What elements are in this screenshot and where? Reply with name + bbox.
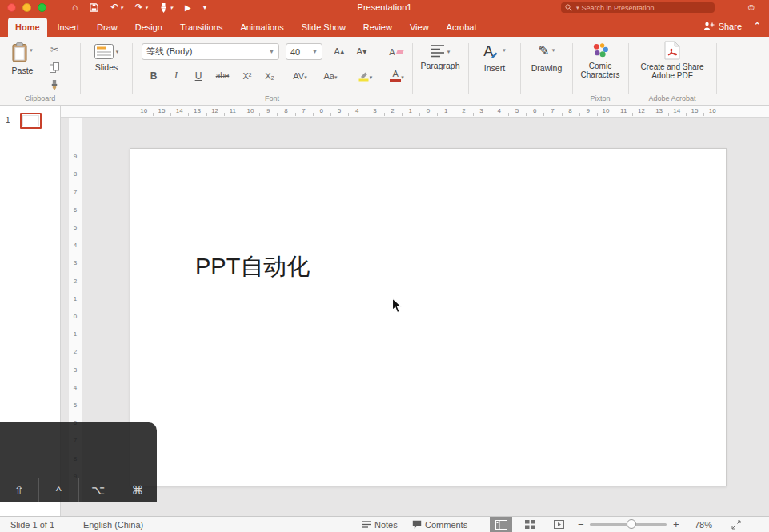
zoom-level[interactable]: 78% xyxy=(695,517,712,532)
font-name-dropdown-icon[interactable]: ▼ xyxy=(266,49,274,54)
change-case-button[interactable]: Aa ▾ xyxy=(316,67,345,84)
slide-sorter-view-button[interactable] xyxy=(519,517,541,532)
undo-icon[interactable]: ↶▾ xyxy=(110,0,123,15)
pixton-group-label: Pixton xyxy=(572,94,628,102)
window-controls xyxy=(7,3,46,12)
tab-insert[interactable]: Insert xyxy=(50,18,87,37)
zoom-slider-knob[interactable] xyxy=(627,519,636,529)
format-brush-icon[interactable] xyxy=(46,78,62,91)
insert-textbox-icon: A xyxy=(483,42,493,60)
paste-button[interactable]: ▾ Paste xyxy=(3,42,42,75)
shrink-font-button[interactable]: A▾ xyxy=(351,43,372,60)
paragraph-dropdown-icon[interactable]: ▾ xyxy=(447,49,451,55)
zoom-slider[interactable] xyxy=(590,517,667,532)
font-size-value: 40 xyxy=(290,47,300,57)
language-button[interactable]: English (China) xyxy=(83,517,143,532)
underline-button[interactable]: U xyxy=(188,67,209,84)
slides-dropdown-icon[interactable]: ▾ xyxy=(116,49,119,55)
close-button[interactable] xyxy=(7,3,16,12)
drawing-dropdown-icon[interactable]: ▾ xyxy=(552,47,555,54)
fit-slide-button[interactable] xyxy=(731,517,741,532)
drawing-button[interactable]: ✎ ▾ Drawing xyxy=(526,42,567,73)
slide[interactable]: PPT自动化 xyxy=(130,148,727,486)
share-button[interactable]: Share xyxy=(703,15,742,37)
ribbon-tab-bar: HomeInsertDrawDesignTransitionsAnimation… xyxy=(0,15,769,37)
tab-review[interactable]: Review xyxy=(356,18,399,37)
slide-title-text[interactable]: PPT自动化 xyxy=(195,251,310,283)
drawing-group: ✎ ▾ Drawing xyxy=(520,37,572,105)
share-person-icon xyxy=(703,22,715,30)
tab-view[interactable]: View xyxy=(403,18,436,37)
italic-button[interactable]: I xyxy=(166,67,186,84)
slideshow-view-button[interactable] xyxy=(547,517,570,532)
font-color-button[interactable]: A ▾ xyxy=(382,67,412,84)
comic-characters-icon xyxy=(592,42,609,59)
tab-transitions[interactable]: Transitions xyxy=(173,18,230,37)
insert-dropdown-icon[interactable]: ▾ xyxy=(503,47,506,54)
tab-design[interactable]: Design xyxy=(128,18,170,37)
grow-font-button[interactable]: A▴ xyxy=(329,43,350,60)
home-icon[interactable]: ⌂ xyxy=(72,0,78,15)
bold-button[interactable]: B xyxy=(143,67,164,84)
comments-button[interactable]: Comments xyxy=(412,517,467,532)
highlight-pen-icon xyxy=(358,70,370,82)
zoom-in-button[interactable]: + xyxy=(673,517,679,532)
command-key-icon: ⌘ xyxy=(118,478,157,502)
collapse-ribbon-icon[interactable]: ⌃ xyxy=(754,15,761,37)
font-name-combo[interactable]: 等线 (Body) ▼ xyxy=(142,43,279,60)
comic-characters-button[interactable]: Comic Characters xyxy=(574,42,627,79)
font-group-label: Font xyxy=(132,94,412,102)
statusbar: Slide 1 of 1 English (China) Notes Comme… xyxy=(0,516,769,532)
start-slideshow-icon[interactable]: ▶ xyxy=(185,0,191,15)
normal-view-button[interactable] xyxy=(490,517,512,532)
thumbnail-slide-number: 1 xyxy=(6,116,10,125)
paragraph-button[interactable]: ▾ Paragraph xyxy=(419,44,461,70)
clear-formatting-button[interactable]: A xyxy=(383,43,409,60)
strikethrough-button[interactable]: abe xyxy=(210,67,234,84)
font-group: 等线 (Body) ▼ 40 ▼ A▴ A▾ A B I U abe X² X₂… xyxy=(132,37,412,105)
tab-animations[interactable]: Animations xyxy=(233,18,290,37)
paste-dropdown-icon[interactable]: ▾ xyxy=(30,47,33,54)
zoom-out-button[interactable]: − xyxy=(578,517,584,532)
create-pdf-button[interactable]: Create and Share Adobe PDF xyxy=(636,41,708,80)
toolbar-overflow-icon[interactable]: ▾ xyxy=(203,0,207,15)
fit-slide-icon xyxy=(731,520,741,530)
slides-button[interactable]: ▾ Slides xyxy=(86,44,127,72)
tab-acrobat[interactable]: Acrobat xyxy=(439,18,484,37)
font-size-combo[interactable]: 40 ▼ xyxy=(286,43,322,60)
slideshow-icon xyxy=(554,520,564,529)
powerpoint-window: ⌂ ↶▾ ↷▾ ▾ ▶ ▾ Presentation1 ▾ Search in … xyxy=(0,0,769,532)
search-placeholder: Search in Presentation xyxy=(582,4,655,12)
highlight-dropdown-icon: ▾ xyxy=(370,74,373,81)
slide-counter: Slide 1 of 1 xyxy=(10,517,54,532)
insert-button[interactable]: A ▾ Insert xyxy=(474,42,515,73)
tab-draw[interactable]: Draw xyxy=(90,18,125,37)
font-name-value: 等线 (Body) xyxy=(146,46,192,58)
subscript-button[interactable]: X₂ xyxy=(258,67,281,84)
eraser-icon xyxy=(396,50,404,54)
fullscreen-button[interactable] xyxy=(38,3,46,12)
paste-clipboard-icon xyxy=(12,42,27,62)
normal-view-icon xyxy=(495,520,507,530)
change-case-dropdown-icon: ▾ xyxy=(334,74,338,81)
font-size-dropdown-icon[interactable]: ▼ xyxy=(309,49,318,54)
new-slide-icon xyxy=(94,44,114,59)
minimize-button[interactable] xyxy=(22,3,31,12)
search-box[interactable]: ▾ Search in Presentation xyxy=(561,2,715,13)
character-spacing-button[interactable]: AV ▾ xyxy=(286,67,314,84)
tab-slide-show[interactable]: Slide Show xyxy=(294,18,353,37)
tab-home[interactable]: Home xyxy=(8,18,47,37)
slide-sorter-icon xyxy=(525,520,535,529)
feedback-smiley-icon[interactable]: ☺ xyxy=(747,0,756,15)
format-painter-icon[interactable]: ▾ xyxy=(159,0,173,15)
highlight-button[interactable]: ▾ xyxy=(350,67,380,84)
slide-thumbnail[interactable] xyxy=(20,113,42,129)
notes-button[interactable]: Notes xyxy=(362,517,398,532)
titlebar: ⌂ ↶▾ ↷▾ ▾ ▶ ▾ Presentation1 ▾ Search in … xyxy=(0,0,769,15)
paragraph-group: ▾ Paragraph xyxy=(412,37,468,105)
save-icon[interactable] xyxy=(90,3,98,12)
redo-icon[interactable]: ↷▾ xyxy=(135,0,148,15)
superscript-button[interactable]: X² xyxy=(236,67,258,84)
cut-icon[interactable]: ✂ xyxy=(46,43,62,56)
copy-icon[interactable] xyxy=(46,61,62,74)
